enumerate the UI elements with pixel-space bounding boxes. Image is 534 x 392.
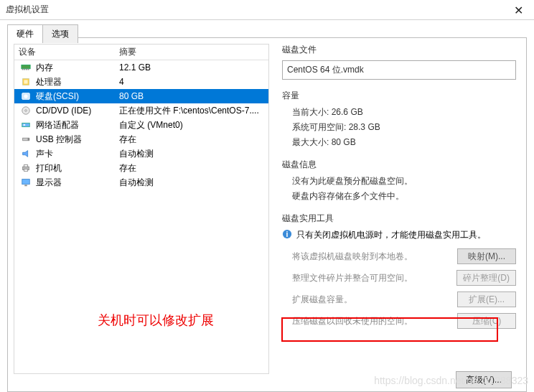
group-capacity: 容量 当前大小: 26.6 GB 系统可用空间: 28.3 GB 最大大小: 8…	[282, 90, 516, 149]
net-summary: 自定义 (VMnet0)	[119, 119, 264, 131]
group-diskfile: 磁盘文件 CentOS 64 位.vmdk	[282, 44, 516, 80]
field-max-size: 最大大小: 80 GB	[292, 136, 516, 149]
capacity-title: 容量	[282, 90, 516, 102]
printer-summary: 存在	[119, 162, 264, 174]
svg-rect-1	[22, 69, 24, 70]
group-diskinfo: 磁盘信息 没有为此硬盘预分配磁盘空间。 硬盘内容存储在多个文件中。	[282, 159, 516, 202]
annotation-text: 关机时可以修改扩展	[98, 312, 214, 329]
tools-title: 磁盘实用工具	[282, 213, 516, 225]
display-name: 显示器	[36, 177, 119, 189]
map-label: 将该虚拟机磁盘映射到本地卷。	[292, 251, 451, 263]
cd-name: CD/DVD (IDE)	[36, 106, 119, 116]
compress-button[interactable]: 压缩(C)	[457, 313, 516, 329]
memory-icon	[19, 62, 33, 73]
tab-hardware-label: 硬件	[17, 29, 34, 39]
svg-rect-18	[24, 169, 27, 172]
defrag-button[interactable]: 碎片整理(D)	[456, 270, 516, 286]
disk-name: 硬盘(SCSI)	[36, 90, 119, 103]
diskinfo-line2: 硬盘内容存储在多个文件中。	[292, 190, 516, 202]
row-cd[interactable]: CD/DVD (IDE) 正在使用文件 F:\centos\CentOS-7..…	[14, 103, 268, 118]
expand-button[interactable]: 扩展(E)...	[457, 291, 516, 307]
svg-rect-0	[22, 65, 30, 69]
svg-point-10	[25, 110, 27, 112]
tab-options[interactable]: 选项	[42, 24, 78, 43]
diskfile-title: 磁盘文件	[282, 44, 516, 56]
defrag-label: 整理文件碎片并整合可用空间。	[292, 272, 451, 284]
net-name: 网络适配器	[36, 119, 119, 131]
usb-name: USB 控制器	[36, 134, 119, 146]
row-sound[interactable]: 声卡 自动检测	[14, 146, 268, 161]
row-printer[interactable]: 打印机 存在	[14, 161, 268, 175]
row-net[interactable]: 网络适配器 自定义 (VMnet0)	[14, 118, 268, 132]
row-cpu[interactable]: 处理器 4	[14, 75, 268, 89]
svg-rect-11	[22, 123, 30, 126]
disk-summary: 80 GB	[119, 91, 264, 101]
compress-label: 压缩磁盘以回收未使用的空间。	[292, 315, 451, 327]
row-usb[interactable]: USB 控制器 存在	[14, 132, 268, 146]
svg-rect-17	[24, 165, 27, 167]
info-icon: i	[282, 229, 292, 241]
svg-rect-19	[22, 179, 30, 185]
cpu-summary: 4	[119, 77, 264, 87]
tool-expand: 扩展磁盘容量。 扩展(E)...	[292, 291, 516, 307]
col-summary: 摘要	[119, 46, 264, 58]
table-header: 设备 摘要	[14, 45, 268, 60]
titlebar: 虚拟机设置 ✕	[0, 0, 534, 20]
svg-rect-12	[24, 124, 26, 126]
svg-rect-6	[24, 80, 27, 83]
diskfile-input[interactable]: CentOS 64 位.vmdk	[282, 60, 516, 80]
display-summary: 自动检测	[119, 177, 264, 189]
cpu-name: 处理器	[36, 76, 119, 88]
power-hint-text: 只有关闭虚拟机电源时，才能使用磁盘实用工具。	[296, 229, 486, 241]
tool-compress: 压缩磁盘以回收未使用的空间。 压缩(C)	[292, 313, 516, 329]
window-title: 虚拟机设置	[6, 4, 49, 16]
device-panel: 设备 摘要 内存 12.1 GB 处理器 4 硬盘(SCSI) 80 GB CD…	[14, 44, 269, 386]
cd-icon	[19, 106, 33, 116]
svg-rect-20	[24, 185, 27, 187]
svg-rect-4	[28, 69, 29, 70]
diskfile-value: CentOS 64 位.vmdk	[287, 65, 364, 75]
cd-summary: 正在使用文件 F:\centos\CentOS-7....	[119, 105, 264, 117]
svg-text:i: i	[286, 230, 289, 238]
diskinfo-title: 磁盘信息	[282, 159, 516, 171]
tab-panel: 设备 摘要 内存 12.1 GB 处理器 4 硬盘(SCSI) 80 GB CD…	[7, 37, 527, 392]
row-display[interactable]: 显示器 自动检测	[14, 175, 268, 190]
memory-summary: 12.1 GB	[119, 62, 264, 73]
printer-icon	[19, 163, 33, 173]
tab-hardware[interactable]: 硬件	[7, 24, 43, 43]
usb-summary: 存在	[119, 134, 264, 146]
field-current-size: 当前大小: 26.6 GB	[292, 106, 516, 118]
tab-options-label: 选项	[52, 29, 69, 39]
tool-map: 将该虚拟机磁盘映射到本地卷。 映射(M)...	[292, 248, 516, 264]
map-button[interactable]: 映射(M)...	[457, 248, 516, 264]
svg-marker-15	[23, 151, 28, 157]
svg-rect-3	[26, 69, 27, 70]
col-device: 设备	[19, 46, 119, 58]
sound-summary: 自动检测	[119, 148, 264, 160]
network-icon	[19, 120, 33, 130]
usb-icon	[19, 134, 33, 144]
svg-rect-14	[28, 138, 30, 141]
display-icon	[19, 177, 33, 187]
power-hint: i 只有关闭虚拟机电源时，才能使用磁盘实用工具。	[282, 229, 516, 241]
sound-icon	[19, 149, 33, 159]
row-disk[interactable]: 硬盘(SCSI) 80 GB	[14, 89, 268, 103]
group-tools: 磁盘实用工具 i 只有关闭虚拟机电源时，才能使用磁盘实用工具。 将该虚拟机磁盘映…	[282, 213, 516, 329]
cpu-icon	[19, 77, 33, 87]
printer-name: 打印机	[36, 162, 119, 174]
sound-name: 声卡	[36, 148, 119, 160]
svg-rect-2	[24, 69, 25, 70]
disk-icon	[19, 91, 33, 101]
memory-name: 内存	[36, 62, 119, 74]
field-free-space: 系统可用空间: 28.3 GB	[292, 121, 516, 134]
svg-point-8	[24, 94, 27, 98]
expand-label: 扩展磁盘容量。	[292, 294, 451, 306]
detail-panel: 磁盘文件 CentOS 64 位.vmdk 容量 当前大小: 26.6 GB 系…	[278, 44, 520, 386]
close-icon[interactable]: ✕	[502, 0, 534, 20]
diskinfo-line1: 没有为此硬盘预分配磁盘空间。	[292, 175, 516, 187]
watermark: https://blog.csdn.net/qq_31288323	[374, 375, 528, 386]
row-memory[interactable]: 内存 12.1 GB	[14, 60, 268, 75]
tool-defrag: 整理文件碎片并整合可用空间。 碎片整理(D)	[292, 270, 516, 286]
